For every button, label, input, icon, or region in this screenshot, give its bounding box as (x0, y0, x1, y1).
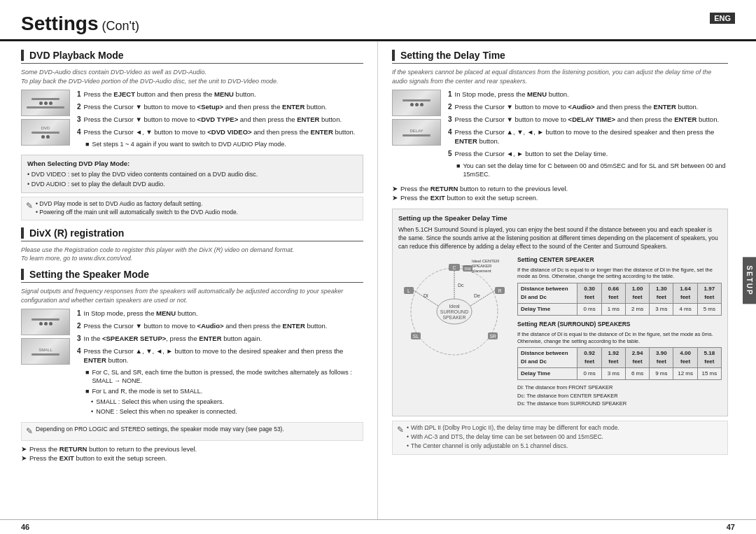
page-title: Settings (Con't) (21, 13, 139, 35)
svg-text:Dc: Dc (458, 283, 464, 288)
dvd-bullet: ■ Set steps 1 ~ 4 again if you want to s… (85, 140, 363, 149)
dvd-steps-list: 1 Press the EJECT button and then press … (77, 90, 363, 150)
svg-text:SW: SW (464, 267, 471, 271)
speaker-steps-area: SMALL 1 In Stop mode, press the MENU but… (21, 309, 363, 418)
svg-text:C: C (452, 265, 456, 270)
speaker-step-1: 1 In Stop mode, press the MENU button. (77, 309, 363, 318)
svg-text:SPEAKER: SPEAKER (472, 264, 492, 268)
delay-section-header: Setting the Delay Time (392, 50, 728, 64)
speaker-note-icon: ✎ (26, 426, 33, 437)
svg-text:SL: SL (413, 334, 419, 339)
speaker-step-4: 4 Press the Cursor ▲, ▼, ◄, ► button to … (77, 346, 363, 365)
delay-intro: If the speakers cannot be placed at equa… (392, 68, 728, 85)
divx-intro: Please use the Registration code to regi… (21, 246, 363, 263)
speaker-delay-intro: When 5.1CH Surround Sound is played, you… (398, 226, 722, 251)
svg-text:Ideal CENTER: Ideal CENTER (472, 259, 500, 263)
delay-steps-area: DELAY 1 In Stop mode, press the MENU but… (392, 90, 728, 181)
svg-text:SR: SR (489, 334, 496, 339)
diagram-legend-tables: Setting CENTER SPEAKER If the distance o… (517, 255, 722, 407)
svg-text:Ideal: Ideal (449, 304, 460, 309)
main-content: DVD Playback Mode Some DVD-Audio discs c… (0, 41, 756, 519)
dvd-steps-area: DVD 1 Press the EJECT button and then pr… (21, 90, 363, 150)
step-4: 4 Press the Cursor ◄, ▼ button to move t… (77, 127, 363, 137)
bottom-note-1: • With ΩPL II (Dolby Pro Logic II), the … (407, 424, 620, 433)
svg-text:placement: placement (472, 269, 491, 273)
section-bar (21, 50, 24, 61)
speaker-diagram: Ideal SURROUND SPEAKER C SW (398, 255, 510, 367)
rear-speaker-desc: If the distance of Dl is equal to the di… (517, 331, 722, 345)
page-num-left: 46 (21, 523, 29, 531)
dvd-info-box: When Selecting DVD Play Mode: • DVD VIDE… (21, 155, 363, 193)
header: Settings (Con't) ENG (0, 0, 756, 41)
rear-delay-table: Distance between Dl and Dc 0.92 feet 1.9… (517, 347, 722, 380)
section-bar-delay (392, 50, 395, 61)
delay-footer-exit: ➤ Press the EXIT button to exit the setu… (392, 194, 728, 202)
svg-text:L: L (407, 288, 410, 293)
section-bar-speaker (21, 269, 24, 280)
speaker-section: Setting the Speaker Mode Signal outputs … (21, 269, 363, 462)
speaker-step-2: 2 Press the Cursor ▼ button to move to <… (77, 321, 363, 331)
bottom-note-text: • With ΩPL II (Dolby Pro Logic II), the … (407, 424, 620, 451)
dvd-note-text: • DVD Play mode is set to DVD Audio as f… (36, 200, 238, 217)
delay-section-title: Setting the Delay Time (400, 50, 505, 61)
bottom-notes: ✎ • With ΩPL II (Dolby Pro Logic II), th… (392, 421, 728, 455)
section-bar-divx (21, 227, 24, 239)
step-3: 3 Press the Cursor ▼ button to move to <… (77, 115, 363, 125)
bottom-note-2: • With AC-3 and DTS, the delay time can … (407, 433, 620, 442)
speaker-steps-list: 1 In Stop mode, press the MENU button. 2… (77, 309, 363, 418)
speaker-delay-box: Setting up the Speaker Delay Time When 5… (392, 209, 728, 416)
speaker-footer-exit: ➤ Press the EXIT button to exit the setu… (21, 454, 363, 462)
delay-step-4: 4 Press the Cursor ▲, ▼, ◄, ► button to … (448, 127, 728, 146)
speaker-note-box: ✎ Depending on PRO LOGIC and STEREO sett… (21, 422, 363, 441)
speaker-device-img-1 (21, 309, 70, 335)
delay-step-5: 5 Press the Cursor ◄, ► button to set th… (448, 149, 728, 159)
svg-text:De: De (474, 293, 480, 298)
dvd-section: DVD Playback Mode Some DVD-Audio discs c… (21, 50, 363, 220)
delay-bullet-1: ■ You can set the delay time for C betwe… (456, 162, 728, 179)
bottom-note-icon: ✎ (397, 424, 404, 436)
delay-step-2: 2 Press the Cursor ▼ button to move to <… (448, 102, 728, 112)
speaker-section-header: Setting the Speaker Mode (21, 269, 363, 283)
speaker-bullet-2: ■ For L and R, the mode is set to SMALL. (85, 387, 363, 396)
delay-footer-nav: ➤ Press the RETURN button to return to t… (392, 185, 728, 202)
setup-tab: SETUP (743, 257, 756, 304)
rear-speaker-title: Setting REAR (SURROUND) SPEAKERS (517, 320, 722, 329)
step-2: 2 Press the Cursor ▼ button to move to <… (77, 102, 363, 112)
speaker-device-img-2: SMALL (21, 338, 70, 365)
bottom-note-3: • The Center channel is only adjustable … (407, 442, 620, 451)
note-icon: ✎ (26, 200, 33, 212)
dvd-device-images: DVD (21, 90, 70, 150)
divx-section: DivX (R) registration Please use the Reg… (21, 227, 363, 263)
speaker-step-3: 3 In the <SPEAKER SETUP>, press the ENTE… (77, 334, 363, 344)
dvd-device-img-2: DVD (21, 119, 70, 146)
delay-device-img-2: DELAY (392, 119, 441, 146)
page: Settings (Con't) ENG DVD Playback Mode S… (0, 0, 756, 534)
center-speaker-desc: If the distance of Dc is equal to or lon… (517, 267, 722, 281)
delay-footer-return: ➤ Press the RETURN button to return to t… (392, 185, 728, 192)
speaker-footer-return: ➤ Press the RETURN button to return to t… (21, 445, 363, 453)
center-delay-table: Distance between Dl and Dc 0.30 feet 0.6… (517, 283, 722, 316)
dvd-note-box: ✎ • DVD Play mode is set to DVD Audio as… (21, 197, 363, 220)
speaker-device-images: SMALL (21, 309, 70, 418)
right-column-wrapper: Setting the Delay Time If the speakers c… (378, 41, 756, 519)
diagram-legend-text: Dl: The distance from FRONT SPEAKER Dc: … (517, 384, 722, 407)
speaker-sub-bullet-2: • NONE : Select this when no speaker is … (91, 407, 363, 416)
svg-text:SURROUND: SURROUND (440, 309, 468, 314)
svg-text:R: R (498, 288, 501, 293)
dvd-section-header: DVD Playback Mode (21, 50, 363, 64)
delay-section: Setting the Delay Time If the speakers c… (392, 50, 728, 202)
page-num-right: 47 (727, 523, 735, 531)
diagram-area: Ideal SURROUND SPEAKER C SW (398, 255, 722, 407)
bottom-note-box: ✎ • With ΩPL II (Dolby Pro Logic II), th… (392, 421, 728, 455)
right-column: Setting the Delay Time If the speakers c… (378, 41, 756, 519)
left-column: DVD Playback Mode Some DVD-Audio discs c… (0, 41, 378, 519)
dvd-intro: Some DVD-Audio discs contain DVD-Video a… (21, 68, 363, 85)
speaker-sub-bullet-1: • SMALL : Select this when using the spe… (91, 398, 363, 407)
speaker-section-title: Setting the Speaker Mode (29, 269, 149, 280)
center-speaker-title: Setting CENTER SPEAKER (517, 255, 722, 265)
svg-text:Dl: Dl (424, 293, 428, 298)
eng-badge: ENG (710, 13, 735, 24)
speaker-intro: Signal outputs and frequency responses f… (21, 287, 363, 304)
page-numbers: 46 47 (0, 519, 756, 534)
divx-section-header: DivX (R) registration (21, 227, 363, 241)
